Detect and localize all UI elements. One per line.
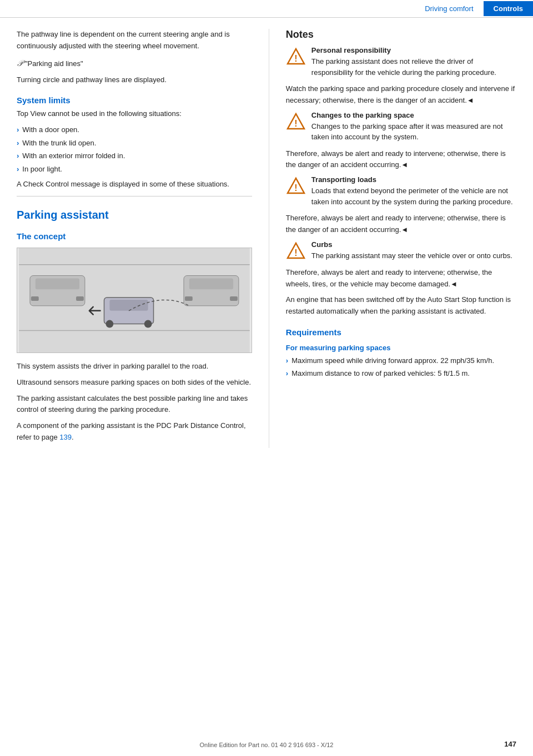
- intro-paragraph: The pathway line is dependent on the cur…: [17, 29, 252, 52]
- warning-icon-4: !: [286, 241, 306, 261]
- turning-circle-text: Turning circle and pathway lines are dis…: [17, 74, 252, 86]
- bullet-trunk: › With the trunk lid open.: [17, 138, 252, 149]
- svg-text:!: !: [294, 119, 297, 128]
- parking-svg: [17, 248, 252, 352]
- warning-text3a: Loads that extend beyond the perimeter o…: [311, 185, 516, 207]
- top-nav-bar: Driving comfort Controls: [0, 0, 533, 18]
- warning-content-2: Changes to the parking space Changes to …: [311, 111, 516, 143]
- page-footer: Online Edition for Part no. 01 40 2 916 …: [0, 742, 533, 748]
- bullet-arrow-4: ›: [17, 164, 19, 175]
- tab-driving-comfort[interactable]: Driving comfort: [415, 1, 483, 16]
- tab-controls[interactable]: Controls: [484, 1, 533, 16]
- concept-text3: The parking assistant calculates the bes…: [17, 393, 252, 416]
- warning-title-1: Personal responsibility: [311, 46, 516, 54]
- left-column: The pathway line is dependent on the cur…: [17, 29, 269, 448]
- warning-icon-1: !: [286, 47, 306, 67]
- bullet-light-label: In poor light.: [22, 164, 62, 175]
- svg-rect-6: [76, 296, 84, 301]
- svg-rect-10: [230, 296, 238, 301]
- parking-assistant-heading: Parking assistant: [17, 209, 252, 221]
- warning-curbs: ! Curbs The parking assistant may steer …: [286, 240, 516, 261]
- warning-title-2: Changes to the parking space: [311, 111, 516, 119]
- warning-text4a: The parking assistant may steer the vehi…: [311, 250, 512, 261]
- measure-arrow-2: ›: [286, 368, 288, 379]
- warning-content-1: Personal responsibility The parking assi…: [311, 46, 516, 78]
- warning-icon-3: !: [286, 177, 306, 196]
- warning-transporting: ! Transporting loads Loads that extend b…: [286, 175, 516, 207]
- left-separator: [17, 196, 252, 196]
- right-column: Notes ! Personal responsibility The park…: [269, 29, 516, 448]
- concept-link[interactable]: 139: [59, 433, 72, 441]
- parking-symbol: 𝒫: [17, 58, 23, 68]
- bullet-arrow-1: ›: [17, 124, 19, 135]
- system-limits-text: Top View cannot be used in the following…: [17, 108, 252, 120]
- svg-rect-5: [31, 296, 39, 301]
- measure-bullet-1: › Maximum speed while driving forward ap…: [286, 355, 516, 366]
- check-control-text: A Check Control message is displayed in …: [17, 179, 252, 190]
- svg-text:!: !: [294, 183, 297, 193]
- parking-aid-lines: 𝒫"Parking aid lines": [17, 57, 252, 70]
- svg-rect-4: [36, 278, 79, 289]
- concept-text1: This system assists the driver in parkin…: [17, 361, 252, 372]
- bullet-arrow-2: ›: [17, 138, 19, 149]
- footer-text: Online Edition for Part no. 01 40 2 916 …: [200, 742, 334, 748]
- measure-bullet-2: › Maximum distance to row of parked vehi…: [286, 368, 516, 379]
- warning-icon-2: !: [286, 112, 306, 132]
- bullet-trunk-label: With the trunk lid open.: [22, 138, 96, 149]
- the-concept-heading: The concept: [17, 231, 252, 241]
- main-content: The pathway line is dependent on the cur…: [0, 18, 533, 459]
- svg-point-14: [144, 320, 152, 328]
- warning2-text2: Therefore, always be alert and ready to …: [286, 148, 516, 172]
- page-number: 147: [504, 740, 516, 748]
- bullet-mirror-label: With an exterior mirror folded in.: [22, 150, 125, 162]
- measure-bullet-1-label: Maximum speed while driving forward appr…: [291, 355, 494, 366]
- warning-content-3: Transporting loads Loads that extend bey…: [311, 175, 516, 207]
- parking-illustration: [17, 248, 252, 353]
- warning-title-4: Curbs: [311, 240, 512, 249]
- bullet-door: › With a door open.: [17, 124, 252, 135]
- svg-rect-12: [109, 300, 148, 311]
- warning4-text2: Therefore, always be alert and ready to …: [286, 267, 516, 290]
- engine-text: An engine that has been switched off by …: [286, 294, 516, 317]
- svg-rect-8: [189, 278, 233, 289]
- bullet-mirror: › With an exterior mirror folded in.: [17, 150, 252, 162]
- warning-text2a: Changes to the parking space after it wa…: [311, 121, 516, 143]
- warning-text1a: The parking assistant does not relieve t…: [311, 56, 516, 78]
- warning3-text2: Therefore, always be alert and ready to …: [286, 213, 516, 236]
- system-limits-heading: System limits: [17, 95, 252, 105]
- measure-bullet-2-label: Maximum distance to row of parked vehicl…: [291, 368, 470, 379]
- warning-title-3: Transporting loads: [311, 175, 516, 184]
- measure-arrow-1: ›: [286, 355, 288, 366]
- warning-personal-responsibility: ! Personal responsibility The parking as…: [286, 46, 516, 78]
- bullet-door-label: With a door open.: [22, 124, 79, 135]
- svg-text:!: !: [294, 248, 297, 258]
- warning-changes: ! Changes to the parking space Changes t…: [286, 111, 516, 143]
- warning-content-4: Curbs The parking assistant may steer th…: [311, 240, 512, 261]
- warning1-text2: Watch the parking space and parking proc…: [286, 83, 516, 107]
- svg-point-13: [105, 320, 113, 328]
- concept-text4: A component of the parking assistant is …: [17, 420, 252, 443]
- bullet-arrow-3: ›: [17, 150, 19, 162]
- svg-rect-9: [185, 296, 193, 301]
- for-measuring-heading: For measuring parking spaces: [286, 344, 516, 352]
- bullet-light: › In poor light.: [17, 164, 252, 175]
- requirements-heading: Requirements: [286, 327, 516, 337]
- concept-text2: Ultrasound sensors measure parking space…: [17, 377, 252, 389]
- svg-text:!: !: [294, 54, 297, 63]
- notes-heading: Notes: [286, 29, 516, 41]
